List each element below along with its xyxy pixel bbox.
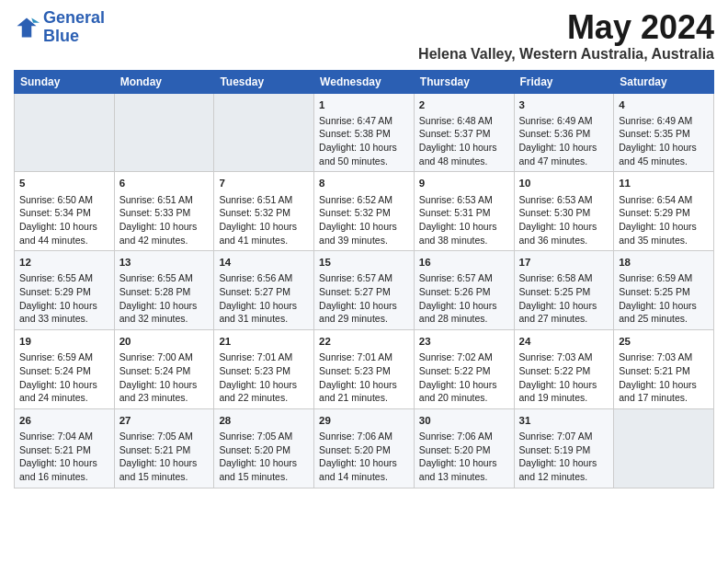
day-number: 25: [619, 334, 709, 349]
day-number: 9: [419, 176, 509, 190]
table-row: 17Sunrise: 6:58 AMSunset: 5:25 PMDayligh…: [514, 251, 614, 330]
sunrise-text: Sunrise: 6:49 AM: [619, 114, 709, 128]
sunset-text: Sunset: 5:36 PM: [519, 127, 609, 141]
sunrise-text: Sunrise: 6:53 AM: [519, 193, 609, 207]
table-row: 13Sunrise: 6:55 AMSunset: 5:28 PMDayligh…: [114, 251, 214, 330]
day-number: 30: [419, 413, 509, 428]
header: General Blue May 2024 Helena Valley, Wes…: [14, 9, 714, 63]
day-number: 27: [119, 413, 210, 428]
logo-line2: Blue: [43, 27, 79, 45]
sunrise-text: Sunrise: 6:57 AM: [319, 271, 409, 285]
sunrise-text: Sunrise: 6:51 AM: [219, 193, 309, 207]
table-row: 29Sunrise: 7:06 AMSunset: 5:20 PMDayligh…: [314, 408, 415, 488]
table-row: 20Sunrise: 7:00 AMSunset: 5:24 PMDayligh…: [114, 330, 214, 409]
calendar-table: Sunday Monday Tuesday Wednesday Thursday…: [14, 70, 714, 488]
day-number: 1: [319, 98, 409, 112]
daylight-text: Daylight: 10 hours and 41 minutes.: [219, 220, 309, 247]
sunrise-text: Sunrise: 6:56 AM: [219, 271, 309, 285]
daylight-text: Daylight: 10 hours and 21 minutes.: [319, 378, 409, 405]
table-row: 26Sunrise: 7:04 AMSunset: 5:21 PMDayligh…: [15, 408, 115, 488]
sunset-text: Sunset: 5:23 PM: [319, 364, 409, 378]
sunrise-text: Sunrise: 6:59 AM: [619, 271, 709, 285]
sunset-text: Sunset: 5:22 PM: [419, 364, 509, 378]
daylight-text: Daylight: 10 hours and 23 minutes.: [119, 378, 210, 405]
sunset-text: Sunset: 5:33 PM: [119, 206, 210, 220]
logo-text: General Blue: [43, 9, 105, 46]
table-row: 18Sunrise: 6:59 AMSunset: 5:25 PMDayligh…: [614, 251, 714, 330]
sunrise-text: Sunrise: 6:47 AM: [319, 114, 409, 128]
calendar-row: 19Sunrise: 6:59 AMSunset: 5:24 PMDayligh…: [15, 330, 714, 409]
sunset-text: Sunset: 5:21 PM: [619, 364, 709, 378]
day-number: 28: [219, 413, 309, 428]
sunrise-text: Sunrise: 6:59 AM: [19, 350, 109, 364]
sunset-text: Sunset: 5:25 PM: [619, 285, 709, 299]
table-row: [15, 93, 115, 172]
sunset-text: Sunset: 5:27 PM: [219, 285, 309, 299]
header-thursday: Thursday: [414, 70, 514, 93]
day-number: 6: [119, 176, 210, 190]
sunrise-text: Sunrise: 6:49 AM: [519, 114, 609, 128]
sunrise-text: Sunrise: 6:58 AM: [519, 271, 609, 285]
title-area: May 2024 Helena Valley, Western Australi…: [418, 9, 714, 63]
daylight-text: Daylight: 10 hours and 44 minutes.: [19, 220, 109, 247]
day-number: 29: [319, 413, 409, 428]
table-row: 22Sunrise: 7:01 AMSunset: 5:23 PMDayligh…: [314, 330, 415, 409]
daylight-text: Daylight: 10 hours and 19 minutes.: [519, 378, 609, 405]
day-number: 8: [319, 176, 409, 190]
table-row: 2Sunrise: 6:48 AMSunset: 5:37 PMDaylight…: [414, 93, 514, 172]
calendar-row: 26Sunrise: 7:04 AMSunset: 5:21 PMDayligh…: [15, 408, 714, 488]
day-number: 14: [219, 255, 309, 270]
logo-line1: General: [43, 8, 105, 27]
day-number: 5: [19, 176, 109, 190]
logo: General Blue: [14, 9, 105, 46]
sunset-text: Sunset: 5:24 PM: [19, 364, 109, 378]
day-number: 11: [619, 176, 709, 190]
table-row: 27Sunrise: 7:05 AMSunset: 5:21 PMDayligh…: [114, 408, 214, 488]
header-monday: Monday: [114, 70, 214, 93]
table-row: 31Sunrise: 7:07 AMSunset: 5:19 PMDayligh…: [514, 408, 614, 488]
sunrise-text: Sunrise: 7:03 AM: [619, 350, 709, 364]
header-saturday: Saturday: [614, 70, 714, 93]
table-row: 25Sunrise: 7:03 AMSunset: 5:21 PMDayligh…: [614, 330, 714, 409]
sunset-text: Sunset: 5:29 PM: [619, 206, 709, 220]
sunrise-text: Sunrise: 6:52 AM: [319, 193, 409, 207]
daylight-text: Daylight: 10 hours and 17 minutes.: [619, 378, 709, 405]
day-number: 13: [119, 255, 210, 270]
daylight-text: Daylight: 10 hours and 39 minutes.: [319, 220, 409, 247]
month-title: May 2024: [418, 9, 714, 46]
table-row: [614, 408, 714, 488]
sunset-text: Sunset: 5:30 PM: [519, 206, 609, 220]
location-title: Helena Valley, Western Australia, Austra…: [418, 46, 714, 63]
sunrise-text: Sunrise: 7:01 AM: [219, 350, 309, 364]
table-row: 4Sunrise: 6:49 AMSunset: 5:35 PMDaylight…: [614, 93, 714, 172]
sunset-text: Sunset: 5:28 PM: [119, 285, 210, 299]
day-number: 24: [519, 334, 609, 349]
header-tuesday: Tuesday: [214, 70, 314, 93]
table-row: 23Sunrise: 7:02 AMSunset: 5:22 PMDayligh…: [414, 330, 514, 409]
sunrise-text: Sunrise: 7:04 AM: [19, 430, 109, 443]
table-row: 5Sunrise: 6:50 AMSunset: 5:34 PMDaylight…: [15, 172, 115, 251]
day-number: 17: [519, 255, 609, 270]
sunset-text: Sunset: 5:35 PM: [619, 127, 709, 141]
sunset-text: Sunset: 5:23 PM: [219, 364, 309, 378]
sunrise-text: Sunrise: 6:57 AM: [419, 271, 509, 285]
table-row: 30Sunrise: 7:06 AMSunset: 5:20 PMDayligh…: [414, 408, 514, 488]
table-row: 15Sunrise: 6:57 AMSunset: 5:27 PMDayligh…: [314, 251, 415, 330]
daylight-text: Daylight: 10 hours and 38 minutes.: [419, 220, 509, 247]
daylight-text: Daylight: 10 hours and 28 minutes.: [419, 299, 509, 326]
daylight-text: Daylight: 10 hours and 15 minutes.: [219, 456, 309, 483]
sunset-text: Sunset: 5:19 PM: [519, 443, 609, 457]
sunset-text: Sunset: 5:21 PM: [19, 443, 109, 457]
sunrise-text: Sunrise: 6:50 AM: [19, 193, 109, 207]
day-number: 12: [19, 255, 109, 270]
table-row: 28Sunrise: 7:05 AMSunset: 5:20 PMDayligh…: [214, 408, 314, 488]
daylight-text: Daylight: 10 hours and 27 minutes.: [519, 299, 609, 326]
table-row: 9Sunrise: 6:53 AMSunset: 5:31 PMDaylight…: [414, 172, 514, 251]
day-number: 18: [619, 255, 709, 270]
daylight-text: Daylight: 10 hours and 25 minutes.: [619, 299, 709, 326]
daylight-text: Daylight: 10 hours and 22 minutes.: [219, 378, 309, 405]
header-wednesday: Wednesday: [314, 70, 415, 93]
daylight-text: Daylight: 10 hours and 13 minutes.: [419, 456, 509, 483]
daylight-text: Daylight: 10 hours and 24 minutes.: [19, 378, 109, 405]
sunrise-text: Sunrise: 7:01 AM: [319, 350, 409, 364]
